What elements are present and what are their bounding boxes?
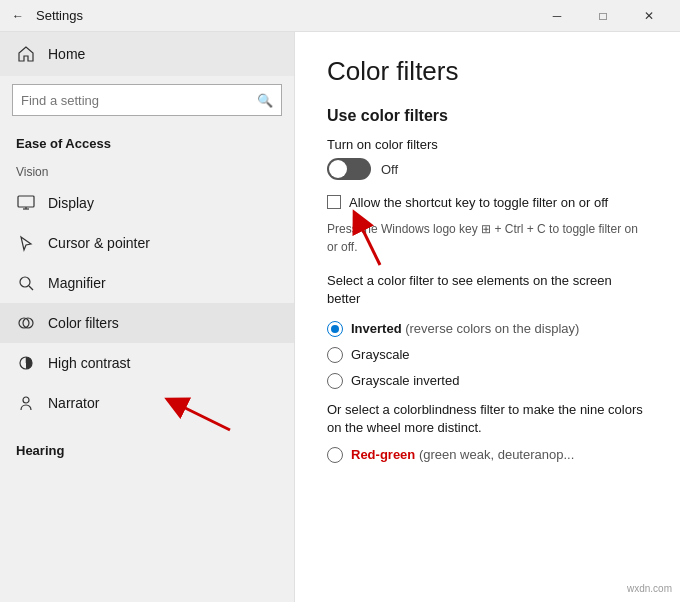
magnifier-label: Magnifier	[48, 275, 106, 291]
toggle-row: Off	[327, 158, 648, 180]
toggle-state-label: Off	[381, 162, 398, 177]
svg-rect-0	[18, 196, 34, 207]
colorblind-desc: Or select a colorblindness filter to mak…	[327, 401, 648, 437]
radio-red-green-label: Red-green (green weak, deuteranop...	[351, 447, 574, 462]
sidebar-item-narrator[interactable]: Narrator	[0, 383, 294, 423]
home-nav-item[interactable]: Home	[0, 32, 294, 76]
radio-inverted[interactable]: Inverted (reverse colors on the display)	[327, 321, 648, 337]
back-icon[interactable]: ←	[12, 9, 24, 23]
radio-grayscale-inverted[interactable]: Grayscale inverted	[327, 373, 648, 389]
shortcut-checkbox[interactable]	[327, 195, 341, 209]
svg-line-4	[29, 286, 33, 290]
title-bar: ← Settings ─ □ ✕	[0, 0, 680, 32]
radio-grayscale-inverted-label: Grayscale inverted	[351, 373, 459, 388]
radio-red-green[interactable]: Red-green (green weak, deuteranop...	[327, 447, 648, 463]
title-bar-controls: ─ □ ✕	[534, 0, 672, 32]
main-content: Color filters Use color filters Turn on …	[295, 32, 680, 602]
use-color-filters-title: Use color filters	[327, 107, 648, 125]
radio-grayscale[interactable]: Grayscale	[327, 347, 648, 363]
turn-on-label: Turn on color filters	[327, 137, 648, 152]
highcontrast-icon	[16, 353, 36, 373]
cursor-icon	[16, 233, 36, 253]
sidebar-item-colorfilters[interactable]: Color filters	[0, 303, 294, 343]
vision-label: Vision	[0, 155, 294, 183]
display-icon	[16, 193, 36, 213]
magnifier-icon	[16, 273, 36, 293]
sidebar-item-magnifier[interactable]: Magnifier	[0, 263, 294, 303]
sidebar-item-display[interactable]: Display	[0, 183, 294, 223]
radio-grayscale-circle	[327, 347, 343, 363]
toggle-knob	[329, 160, 347, 178]
minimize-button[interactable]: ─	[534, 0, 580, 32]
home-label: Home	[48, 46, 85, 62]
sidebar-item-cursor[interactable]: Cursor & pointer	[0, 223, 294, 263]
cursor-label: Cursor & pointer	[48, 235, 150, 251]
radio-grayscale-inverted-circle	[327, 373, 343, 389]
shortcut-checkbox-row: Allow the shortcut key to toggle filter …	[327, 194, 648, 212]
radio-inverted-circle	[327, 321, 343, 337]
home-icon	[16, 44, 36, 64]
radio-inverted-label: Inverted (reverse colors on the display)	[351, 321, 579, 336]
svg-point-10	[23, 397, 29, 403]
radio-red-green-circle	[327, 447, 343, 463]
svg-point-3	[20, 277, 30, 287]
sidebar-item-highcontrast[interactable]: High contrast	[0, 343, 294, 383]
narrator-label: Narrator	[48, 395, 99, 411]
color-filter-toggle[interactable]	[327, 158, 371, 180]
maximize-button[interactable]: □	[580, 0, 626, 32]
display-label: Display	[48, 195, 94, 211]
search-icon: 🔍	[257, 93, 273, 108]
colorfilters-icon	[16, 313, 36, 333]
radio-grayscale-label: Grayscale	[351, 347, 410, 362]
filter-select-desc: Select a color filter to see elements on…	[327, 272, 648, 308]
search-box[interactable]: 🔍	[12, 84, 282, 116]
narrator-icon	[16, 393, 36, 413]
highcontrast-label: High contrast	[48, 355, 130, 371]
hearing-label: Hearing	[0, 431, 294, 462]
shortcut-label: Allow the shortcut key to toggle filter …	[349, 194, 608, 212]
colorfilters-label: Color filters	[48, 315, 119, 331]
close-button[interactable]: ✕	[626, 0, 672, 32]
app-title: Settings	[36, 8, 83, 23]
search-input[interactable]	[21, 93, 257, 108]
title-bar-left: ← Settings	[12, 8, 83, 23]
page-title: Color filters	[327, 56, 648, 87]
hint-text: Press the Windows logo key ⊞ + Ctrl + C …	[327, 220, 648, 256]
watermark: wxdn.com	[627, 583, 672, 594]
radio-inverted-inner	[331, 325, 339, 333]
app-container: Home 🔍 Ease of Access Vision	[0, 32, 680, 602]
ease-of-access-label: Ease of Access	[0, 124, 294, 155]
sidebar: Home 🔍 Ease of Access Vision	[0, 32, 295, 602]
